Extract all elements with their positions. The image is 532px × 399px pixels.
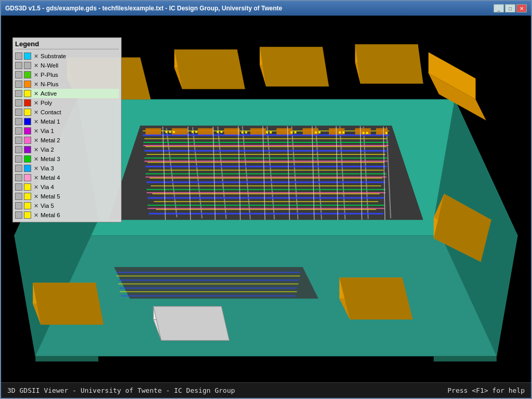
svg-marker-118 (434, 356, 497, 362)
svg-rect-69 (172, 131, 175, 133)
svg-marker-16 (355, 44, 423, 84)
svg-rect-83 (342, 131, 344, 134)
legend-item[interactable]: ✕N-Plus (15, 79, 119, 89)
legend-item[interactable]: ✕Active (15, 89, 119, 98)
svg-marker-19 (109, 126, 423, 220)
svg-marker-116 (153, 307, 229, 341)
svg-rect-70 (192, 131, 194, 133)
legend-item[interactable]: ✕Via 3 (15, 164, 119, 173)
svg-rect-73 (220, 131, 222, 133)
svg-rect-64 (329, 128, 344, 135)
svg-rect-74 (242, 131, 244, 134)
svg-marker-105 (33, 283, 103, 325)
legend-item[interactable]: ✕Metal 3 (15, 154, 119, 164)
svg-rect-78 (290, 131, 292, 134)
svg-marker-13 (260, 47, 329, 87)
window-title: GDS3D v1.5 - gds/example.gds - techfiles… (5, 5, 282, 12)
legend-item[interactable]: ✕P-Plus (15, 70, 119, 79)
svg-marker-106 (114, 267, 318, 299)
title-bar: GDS3D v1.5 - gds/example.gds - techfiles… (1, 1, 531, 16)
svg-rect-72 (217, 131, 219, 133)
legend-scroll[interactable]: ✕Substrate✕N-Well✕P-Plus✕N-Plus✕Active✕P… (15, 51, 119, 220)
legend-item[interactable]: ✕Via 4 (15, 182, 119, 192)
viewport-3d[interactable]: Legend ✕Substrate✕N-Well✕P-Plus✕N-Plus✕A… (1, 16, 531, 382)
svg-marker-10 (175, 50, 245, 89)
maximize-button[interactable]: □ (505, 4, 515, 12)
legend-item[interactable]: ✕Via 1 (15, 126, 119, 136)
svg-rect-86 (385, 132, 388, 134)
minimize-button[interactable]: _ (494, 4, 504, 12)
svg-rect-80 (315, 131, 317, 134)
svg-rect-67 (165, 131, 167, 133)
legend-item[interactable]: ✕Metal 5 (15, 192, 119, 201)
legend-item[interactable]: ✕Via 2 (15, 145, 119, 154)
legend-item[interactable]: ✕Substrate (15, 51, 119, 61)
status-left: 3D GDSII Viewer - University of Twente -… (7, 387, 235, 394)
legend-title: Legend (15, 40, 119, 49)
svg-rect-59 (198, 128, 214, 135)
legend-item[interactable]: ✕Poly (15, 98, 119, 108)
legend-item[interactable]: ✕Metal 6 (15, 210, 119, 220)
svg-marker-102 (339, 277, 413, 320)
status-bar: 3D GDSII Viewer - University of Twente -… (1, 382, 531, 398)
svg-rect-61 (250, 128, 266, 135)
svg-rect-60 (224, 128, 240, 135)
close-button[interactable]: ✕ (516, 4, 527, 12)
svg-rect-79 (294, 131, 296, 134)
svg-rect-57 (145, 128, 161, 135)
legend-item[interactable]: ✕Contact (15, 108, 119, 117)
svg-rect-76 (266, 131, 268, 134)
svg-rect-82 (339, 131, 341, 134)
svg-rect-75 (245, 131, 247, 134)
svg-rect-77 (270, 131, 272, 134)
status-right: Press <F1> for help (447, 387, 525, 394)
legend-item[interactable]: ✕Metal 2 (15, 136, 119, 145)
svg-rect-81 (318, 131, 321, 134)
legend-panel: Legend ✕Substrate✕N-Well✕P-Plus✕N-Plus✕A… (12, 37, 122, 222)
svg-marker-117 (35, 356, 98, 362)
svg-rect-85 (366, 132, 368, 134)
main-window: GDS3D v1.5 - gds/example.gds - techfiles… (0, 0, 532, 399)
svg-rect-62 (276, 128, 292, 135)
svg-rect-84 (363, 132, 365, 134)
legend-item[interactable]: ✕Via 5 (15, 201, 119, 210)
legend-item[interactable]: ✕N-Well (15, 61, 119, 70)
legend-item[interactable]: ✕Metal 1 (15, 117, 119, 126)
svg-rect-71 (195, 131, 197, 133)
legend-item[interactable]: ✕Metal 4 (15, 173, 119, 182)
svg-rect-68 (169, 131, 171, 133)
window-controls: _ □ ✕ (494, 4, 527, 12)
